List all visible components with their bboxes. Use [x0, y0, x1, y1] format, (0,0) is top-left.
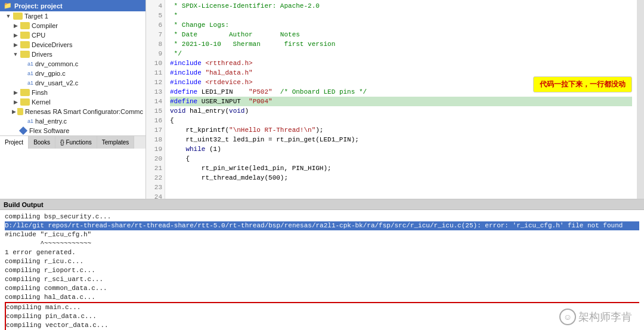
build-line-4: ^~~~~~~~~~~~~ — [5, 239, 639, 248]
folder-icon — [17, 108, 23, 115]
tree-label-target1: Target 1 — [24, 13, 48, 20]
project-icon: 📁 — [4, 2, 12, 10]
watermark-text: 架构师李肯 — [578, 313, 632, 322]
tree-label-drv-common: drv_common.c — [35, 60, 78, 67]
sidebar-project-title: Project: project — [14, 2, 63, 10]
file-a-icon: a1 — [27, 118, 33, 124]
sidebar: 📁 Project: project ▼ Target 1 ▶ Compiler — [0, 0, 146, 199]
code-line-22: { — [170, 154, 632, 164]
folder-icon — [20, 89, 30, 96]
tree-label-compiler: Compiler — [32, 22, 58, 29]
expand-icon: ▼ — [5, 13, 12, 20]
tree-item-renesas[interactable]: ▶ Renesas RA Smart Configurator:Commc — [0, 107, 145, 116]
code-line-6: * Change Logs: — [170, 20, 632, 30]
tree-item-finsh[interactable]: ▶ Finsh — [0, 88, 145, 97]
build-error-line: D:/llc/git repos/rt-thread-share/rt-thre… — [5, 221, 639, 230]
build-line-11: compiling main.c... — [5, 302, 639, 312]
build-line-7: compiling r_ioport.c... — [5, 266, 639, 275]
folder-icon — [20, 41, 30, 48]
code-area: 4 5 6 7 8 9 10 11 12 13 14 15 16 17 18 1… — [146, 0, 644, 199]
code-line-18: { — [170, 116, 632, 125]
file-a-icon: a1 — [27, 70, 33, 76]
build-line-6: compiling r_icu.c... — [5, 257, 639, 266]
build-line-9: compiling common_data.c... — [5, 284, 639, 293]
tree-item-hal-entry[interactable]: a1 hal_entry.c — [0, 116, 145, 126]
file-a-icon: a1 — [27, 61, 33, 67]
code-line-4: * SPDX-License-Identifier: Apache-2.0 — [170, 1, 632, 11]
tree-label-renesas: Renesas RA Smart Configurator:Commc — [25, 108, 143, 115]
folder-icon — [20, 32, 30, 39]
build-line-3: #include "r_icu_cfg.h" — [5, 230, 639, 239]
folder-icon — [13, 13, 23, 20]
code-line-5: * — [170, 11, 632, 20]
tab-templates[interactable]: Templates — [97, 136, 135, 149]
main-area: 📁 Project: project ▼ Target 1 ▶ Compiler — [0, 0, 644, 199]
tree-label-drivers: Drivers — [32, 51, 52, 58]
tree-label-flex: Flex Software — [29, 127, 69, 134]
build-line-1: compiling bsp_security.c... — [5, 212, 639, 221]
build-output: Build Output compiling bsp_security.c...… — [0, 199, 644, 330]
file-a-icon: a1 — [27, 80, 33, 86]
tab-books[interactable]: Books — [29, 136, 55, 149]
expand-icon: ▼ — [12, 51, 19, 58]
code-line-10: #include <rtthread.h> — [170, 58, 632, 68]
code-line-23: rt_pin_write(led1_pin, PIN_HIGH); — [170, 164, 632, 173]
tree-item-devicedrivers[interactable]: ▶ DeviceDrivers — [0, 40, 145, 50]
tree-item-compiler[interactable]: ▶ Compiler — [0, 21, 145, 30]
expand-icon: ▶ — [12, 41, 19, 48]
tree-label-hal-entry: hal_entry.c — [35, 118, 67, 125]
folder-icon — [20, 98, 30, 106]
expand-icon: ▶ — [12, 98, 19, 106]
expand-icon: ▶ — [12, 89, 19, 96]
build-output-header: Build Output — [0, 200, 644, 210]
expand-icon: ▶ — [12, 108, 16, 115]
code-content: * SPDX-License-Identifier: Apache-2.0 * … — [165, 0, 637, 199]
tree-label-drv-usart: drv_usart_v2.c — [35, 79, 78, 87]
watermark-icon: ☺ — [559, 309, 576, 325]
annotation-bubble: 代码一拉下来，一行都没动 — [533, 76, 632, 92]
diamond-icon — [19, 127, 27, 135]
tree-item-drivers[interactable]: ▼ Drivers — [0, 50, 145, 59]
tree-item-drv-common[interactable]: a1 drv_common.c — [0, 59, 145, 69]
expand-icon — [19, 60, 26, 67]
sidebar-tabs: Project Books {} Functions Templates — [0, 135, 145, 149]
code-line-9: */ — [170, 49, 632, 58]
tree-label-devicedrivers: DeviceDrivers — [32, 41, 72, 48]
code-line-17: void hal_entry(void) — [170, 106, 632, 116]
tree-item-kernel[interactable]: ▶ Kernel — [0, 97, 145, 107]
watermark: ☺ 架构师李肯 — [559, 309, 632, 325]
tree-label-kernel: Kernel — [32, 98, 51, 106]
expand-icon — [12, 127, 19, 134]
tab-functions[interactable]: {} Functions — [55, 136, 97, 149]
expand-icon: ▶ — [12, 22, 19, 29]
build-line-8: compiling r_sci_uart.c... — [5, 275, 639, 284]
code-line-8: * 2021-10-10 Sherman first version — [170, 39, 632, 49]
build-content[interactable]: compiling bsp_security.c... D:/llc/git r… — [0, 210, 644, 330]
folder-icon — [20, 51, 30, 58]
tree-label-finsh: Finsh — [32, 89, 48, 96]
code-editor[interactable]: 4 5 6 7 8 9 10 11 12 13 14 15 16 17 18 1… — [146, 0, 644, 199]
build-line-13: compiling vector_data.c... — [5, 321, 639, 330]
code-line-19: rt_kprintf("\nHello RT-Thread!\n"); — [170, 125, 632, 135]
tree-item-cpu[interactable]: ▶ CPU — [0, 30, 145, 40]
folder-icon — [20, 22, 30, 29]
expand-icon — [19, 70, 26, 77]
build-line-12: compiling pin_data.c... — [5, 312, 639, 321]
expand-icon — [19, 79, 26, 87]
tree-item-drv-usart[interactable]: a1 drv_usart_v2.c — [0, 78, 145, 88]
build-line-5: 1 error generated. — [5, 248, 639, 257]
line-numbers: 4 5 6 7 8 9 10 11 12 13 14 15 16 17 18 1… — [146, 0, 165, 199]
code-line-21: while (1) — [170, 144, 632, 154]
tab-project[interactable]: Project — [0, 136, 29, 149]
code-line-24: rt_thread_mdelay(500); — [170, 173, 632, 183]
sidebar-header: 📁 Project: project — [0, 0, 145, 11]
code-line-7: * Date Author Notes — [170, 30, 632, 39]
tree-item-flex[interactable]: Flex Software — [0, 126, 145, 135]
code-line-15: #define USER_INPUT "P004" — [170, 97, 632, 106]
tree-item-drv-gpio[interactable]: a1 drv_gpio.c — [0, 69, 145, 78]
build-line-10: compiling hal_data.c... — [5, 293, 639, 302]
tree-item-target1[interactable]: ▼ Target 1 — [0, 11, 145, 21]
expand-icon — [19, 118, 26, 125]
tree-label-drv-gpio: drv_gpio.c — [35, 70, 66, 77]
code-scrollbar[interactable] — [637, 0, 644, 199]
